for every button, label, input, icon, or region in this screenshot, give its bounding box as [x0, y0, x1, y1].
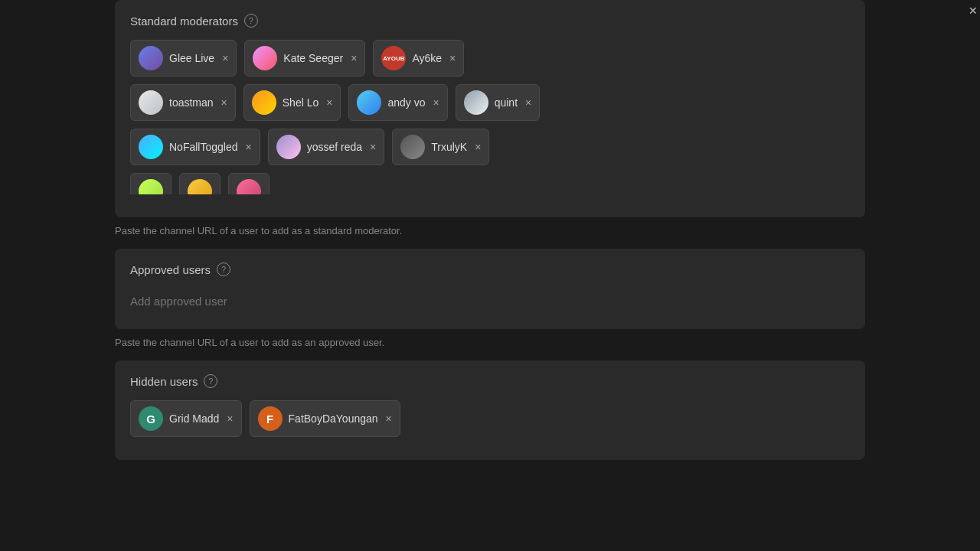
avatar-nofalltoggled: [139, 135, 163, 159]
avatar-ay6ke: AYOUB: [381, 46, 406, 70]
remove-glee-live-button[interactable]: ×: [222, 52, 228, 64]
remove-kate-seeger-button[interactable]: ×: [351, 52, 357, 64]
moderators-row-4: [130, 173, 850, 194]
tag-name-ay6ke: Ay6ke: [412, 52, 442, 64]
tag-name-nofalltoggled: NoFallToggled: [169, 141, 238, 153]
close-all-hidden-button[interactable]: ×: [965, 0, 980, 22]
tag-name-fatboy: FatBoyDaYoungan: [289, 412, 378, 425]
remove-trxulyk-button[interactable]: ×: [475, 141, 481, 153]
approved-users-title: Approved users: [130, 263, 211, 276]
tag-nofalltoggled[interactable]: NoFallToggled ×: [130, 129, 260, 165]
avatar-fatboy: F: [258, 406, 283, 431]
tag-name-shel-lo: Shel Lo: [283, 96, 318, 109]
add-approved-user-input[interactable]: [130, 289, 850, 314]
page-wrapper: Standard moderators ? × Glee Live × Kate…: [0, 0, 980, 551]
avatar-shel-lo: [252, 90, 276, 115]
standard-moderators-header: Standard moderators ? ×: [130, 14, 850, 28]
avatar-grid-madd: G: [139, 406, 163, 431]
avatar-trxulyk: [400, 135, 425, 159]
tag-partial-1[interactable]: [130, 173, 172, 194]
remove-grid-madd-button[interactable]: ×: [227, 412, 233, 425]
hidden-users-help-icon[interactable]: ?: [204, 374, 217, 388]
moderators-row-1: Glee Live × Kate Seeger × AYOUB Ay6ke ×: [130, 40, 850, 77]
tag-shel-lo[interactable]: Shel Lo ×: [243, 84, 341, 121]
approved-users-hint: Paste the channel URL of a user to add a…: [115, 329, 865, 360]
tag-name-glee-live: Glee Live: [169, 52, 214, 64]
hidden-users-title: Hidden users: [130, 375, 198, 388]
tag-name-andy-vo: andy vo: [387, 96, 425, 109]
standard-moderators-hint: Paste the channel URL of a user to add a…: [115, 217, 865, 249]
main-content: Standard moderators ? × Glee Live × Kate…: [115, 0, 865, 460]
tag-name-trxulyk: TrxulyK: [431, 141, 467, 153]
tag-grid-madd[interactable]: G Grid Madd ×: [130, 400, 242, 437]
avatar-kate-seeger: [253, 46, 277, 70]
remove-fatboy-button[interactable]: ×: [386, 412, 392, 425]
remove-ay6ke-button[interactable]: ×: [449, 52, 456, 64]
tag-fatboy[interactable]: F FatBoyDaYoungan ×: [250, 400, 400, 437]
remove-toastman-button[interactable]: ×: [221, 96, 227, 109]
tag-name-quint: quint: [495, 96, 518, 109]
avatar-andy-vo: [357, 90, 381, 115]
avatar-partial-3: [237, 179, 261, 194]
tag-partial-2[interactable]: [179, 173, 220, 194]
tag-toastman[interactable]: toastman ×: [130, 84, 236, 121]
tag-trxulyk[interactable]: TrxulyK ×: [392, 129, 489, 165]
tag-ay6ke[interactable]: AYOUB Ay6ke ×: [373, 40, 464, 77]
avatar-partial-2: [188, 179, 212, 194]
avatar-yossef-reda: [276, 135, 301, 159]
tag-andy-vo[interactable]: andy vo ×: [348, 84, 447, 121]
remove-quint-button[interactable]: ×: [525, 96, 531, 109]
remove-shel-lo-button[interactable]: ×: [326, 96, 332, 109]
avatar-toastman: [139, 90, 163, 115]
tag-yossef-reda[interactable]: yossef reda ×: [268, 129, 385, 165]
remove-nofalltoggled-button[interactable]: ×: [246, 141, 252, 153]
standard-moderators-section: Standard moderators ? × Glee Live × Kate…: [115, 0, 865, 217]
tag-partial-3[interactable]: [228, 173, 270, 194]
remove-yossef-reda-button[interactable]: ×: [370, 141, 376, 153]
approved-users-help-icon[interactable]: ?: [217, 262, 230, 276]
moderators-row-2: toastman × Shel Lo × andy vo × quint ×: [130, 84, 850, 121]
tag-kate-seeger[interactable]: Kate Seeger ×: [244, 40, 365, 77]
avatar-partial-1: [139, 179, 163, 194]
moderators-row-3: NoFallToggled × yossef reda × TrxulyK ×: [130, 129, 850, 165]
avatar-quint: [464, 90, 488, 115]
tag-name-kate-seeger: Kate Seeger: [283, 52, 343, 64]
tag-name-yossef-reda: yossef reda: [307, 141, 362, 153]
avatar-glee-live: [139, 46, 163, 70]
tag-name-grid-madd: Grid Madd: [169, 412, 219, 425]
tag-quint[interactable]: quint ×: [456, 84, 541, 121]
standard-moderators-title: Standard moderators: [130, 15, 238, 28]
tag-name-toastman: toastman: [169, 96, 214, 109]
remove-andy-vo-button[interactable]: ×: [433, 96, 439, 109]
standard-moderators-help-icon[interactable]: ?: [244, 14, 258, 28]
hidden-users-header: Hidden users ? ×: [130, 374, 850, 388]
approved-users-section: Approved users ?: [115, 249, 865, 329]
tag-glee-live[interactable]: Glee Live ×: [130, 40, 237, 77]
hidden-users-section: Hidden users ? × G Grid Madd × F FatBoyD…: [115, 360, 865, 460]
hidden-users-row: G Grid Madd × F FatBoyDaYoungan ×: [130, 400, 850, 437]
approved-users-header: Approved users ?: [130, 262, 850, 276]
